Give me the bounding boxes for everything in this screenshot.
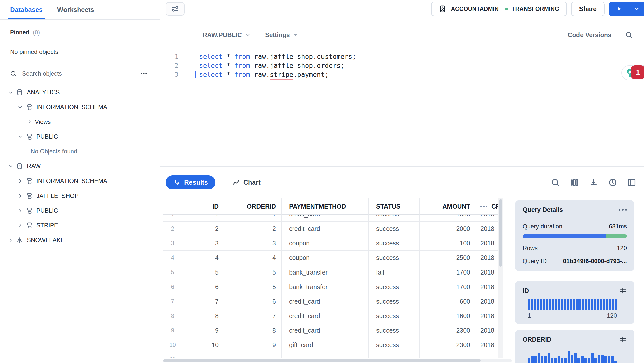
tree-item-label: STRIPE [36,222,58,229]
column-menu-icon[interactable] [480,206,487,207]
split-panel-button[interactable] [627,178,636,187]
tab-databases[interactable]: Databases [10,0,43,19]
horizontal-scrollbar[interactable] [163,359,512,362]
pinned-label: Pinned [10,29,29,36]
schema-icon [25,207,33,214]
tree-item-views[interactable]: Views [0,115,160,129]
tree-item-information-schema[interactable]: INFORMATION_SCHEMA [0,100,160,115]
code-line-3[interactable]: select * from raw.stripe.payment; [199,70,356,79]
object-tree: ANALYTICSINFORMATION_SCHEMAViewsPUBLICNo… [0,85,160,248]
sql-text: * [223,71,234,78]
tree-item-public[interactable]: PUBLIC [0,129,160,144]
histogram-bar [534,356,537,363]
query-id-link[interactable]: 01b349f6-0000-d793-... [563,258,627,265]
search-results-button[interactable] [551,178,560,187]
tree-item-label: ANALYTICS [27,89,60,96]
sql-text: raw.jaffle_shop.orders; [250,62,345,69]
table-cell: 4 [224,251,282,265]
table-row[interactable]: 776credit_cardsuccess6002018 [163,294,498,309]
table-row[interactable]: 222credit_cardsuccess20002018 [163,222,498,236]
histogram-bar [578,299,581,310]
table-row[interactable]: 665bank_transfersuccess17002018 [163,280,498,294]
table-row[interactable]: 11 [163,352,498,358]
chevron-right-icon[interactable] [7,237,14,243]
table-row[interactable]: 10109gift_cardsuccess23002018 [163,338,498,352]
tab-worksheets[interactable]: Worksheets [57,0,94,19]
chevron-down-icon[interactable] [7,163,14,169]
code-lines[interactable]: select * from raw.jaffle_shop.customers;… [190,52,356,79]
tree-item-raw[interactable]: RAW [0,159,160,174]
table-row[interactable]: 444couponsuccess25002018 [163,251,498,265]
histogram-bar [581,356,584,363]
tree-item-stripe[interactable]: STRIPE [0,218,160,233]
column-header-label: STATUS [376,203,400,210]
chevron-down-icon[interactable] [7,89,14,96]
table-row[interactable]: 555bank_transferfail17002018 [163,265,498,280]
chevron-right-icon[interactable] [17,207,23,214]
columns-button[interactable] [570,178,579,187]
code-line-2[interactable]: select * from raw.jaffle_shop.orders; [199,61,356,70]
column-header-created[interactable]: CREATED [476,198,498,215]
column-header-paymentmethod[interactable]: PAYMENTMETHOD [282,198,369,215]
column-header-id[interactable]: ID [182,198,224,215]
table-cell: 9 [182,323,224,338]
tree-item-jaffle-shop[interactable]: JAFFLE_SHOP [0,189,160,203]
query-details-menu-button[interactable] [619,209,627,211]
row-number: 4 [163,251,182,265]
run-button[interactable] [609,2,629,16]
histogram-bar [549,299,551,310]
histogram-bar [582,299,584,310]
id-min-label: 1 [528,312,531,319]
download-button[interactable] [589,178,598,187]
column-header-amount[interactable]: AMOUNT [420,198,476,215]
table-cell: 8 [224,323,282,338]
histogram-bar [538,353,540,363]
table-cell [476,352,498,358]
tab-results[interactable]: Results [166,175,215,189]
search-input[interactable] [22,70,140,77]
numeric-column-icon[interactable] [619,336,627,343]
database-icon [16,162,23,170]
database-icon [16,88,23,96]
chevron-right-icon[interactable] [26,119,33,125]
history-button[interactable] [608,178,617,187]
vertical-scrollbar-thumb[interactable] [499,199,502,267]
tree-item-analytics[interactable]: ANALYTICS [0,85,160,100]
tree-item-information-schema[interactable]: INFORMATION_SCHEMA [0,174,160,189]
histogram-bar [561,299,563,310]
horizontal-scrollbar-thumb[interactable] [163,359,481,362]
table-body: 111credit_cardsuccess10002018222credit_c… [163,207,498,358]
tree-item-snowflake[interactable]: SNOWFLAKE [0,233,160,248]
assistant-suggestion-pill[interactable]: 1 [621,65,644,80]
context-role-warehouse-button[interactable]: ACCOUNTADMIN TRANSFORMING [431,2,567,16]
tree-item-public[interactable]: PUBLIC [0,203,160,218]
histogram-bar [609,299,611,310]
chevron-down-icon[interactable] [17,104,23,110]
code-versions-button[interactable]: Code Versions [568,31,611,39]
search-options-button[interactable] [140,70,150,77]
chevron-right-icon[interactable] [17,193,23,199]
run-options-button[interactable] [629,2,644,16]
table-row[interactable]: 998credit_cardsuccess23002018 [163,323,498,338]
histogram-bar [571,355,573,363]
share-button[interactable]: Share [571,2,605,16]
tab-chart[interactable]: Chart [225,175,268,189]
column-header-status[interactable]: STATUS [369,198,420,215]
chevron-right-icon[interactable] [17,178,23,184]
database-schema-selector[interactable]: RAW.PUBLIC [203,31,251,39]
settings-menu[interactable]: Settings [265,31,297,39]
settings-label: Settings [265,31,290,39]
histogram-bar [531,299,533,310]
table-cell: coupon [282,251,369,265]
numeric-column-icon[interactable] [619,287,627,294]
chevron-down-icon[interactable] [17,133,23,140]
editor-search-button[interactable] [625,31,633,39]
table-row[interactable]: 333couponsuccess1002018 [163,236,498,251]
vertical-scrollbar[interactable] [498,198,503,358]
worksheet-config-button[interactable] [166,2,185,16]
table-row[interactable]: 887credit_cardsuccess16002018 [163,309,498,323]
chevron-right-icon[interactable] [17,222,23,229]
column-header-orderid[interactable]: ORDERID [224,198,282,215]
code-line-1[interactable]: select * from raw.jaffle_shop.customers; [199,52,356,61]
code-area[interactable]: 123 select * from raw.jaffle_shop.custom… [160,52,644,79]
